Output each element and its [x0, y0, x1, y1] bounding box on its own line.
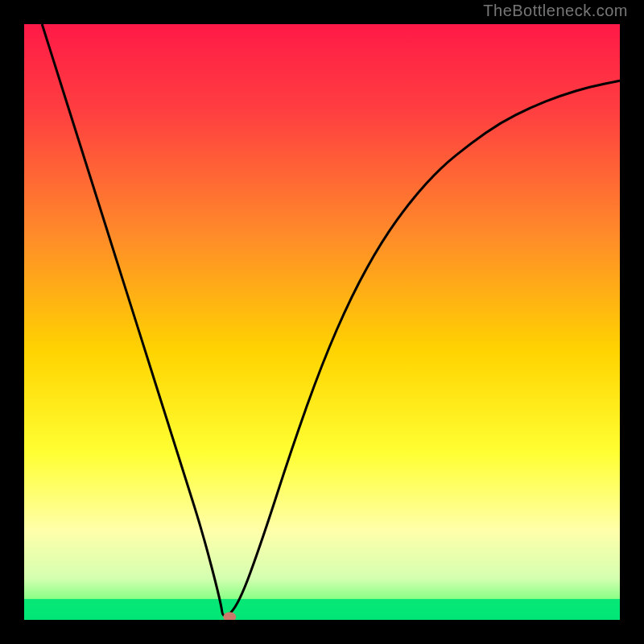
chart-svg [24, 24, 620, 620]
green-band [24, 599, 620, 620]
watermark-text: TheBottleneck.com [483, 2, 628, 20]
chart-plot-area [24, 24, 620, 620]
chart-background [24, 24, 620, 620]
